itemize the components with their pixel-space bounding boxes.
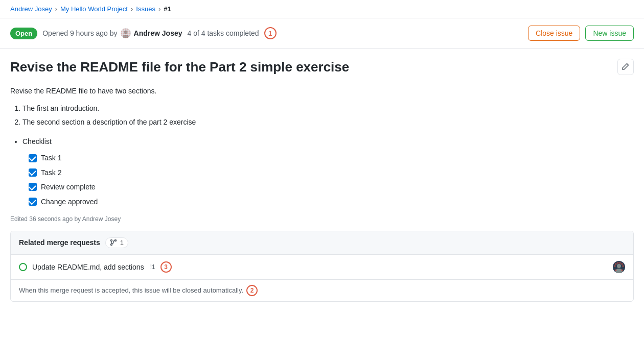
avatar — [121, 28, 131, 38]
mr-count: 1 — [120, 239, 124, 247]
related-mr-title: Related merge requests — [19, 238, 100, 247]
svg-point-19 — [622, 269, 623, 271]
auto-close-text: When this merge request is accepted, thi… — [19, 286, 243, 294]
issue-title-row: Revise the README file for the Part 2 si… — [10, 59, 634, 76]
issue-title: Revise the README file for the Part 2 si… — [10, 59, 611, 76]
mr-user-avatar — [613, 261, 625, 273]
mr-exclamation: !1 — [150, 263, 155, 271]
mr-badge: 3 — [160, 261, 172, 273]
ordered-list: The first an introduction. The second se… — [22, 103, 634, 128]
nav-project[interactable]: My Hello World Project — [60, 5, 128, 13]
checkbox-checked-icon — [29, 183, 37, 191]
auto-close-badge: 2 — [246, 285, 258, 296]
related-mr-header: Related merge requests 1 — [11, 231, 633, 255]
pencil-icon — [622, 63, 629, 71]
checklist-item-1: Task 1 — [29, 152, 634, 163]
main-content: Revise the README file for the Part 2 si… — [0, 49, 644, 312]
checklist-header-item: Checklist — [22, 136, 634, 147]
close-issue-button[interactable]: Close issue — [528, 26, 580, 41]
issue-header-bar: Open Opened 9 hours ago by — [0, 18, 644, 49]
bullet-list: Checklist — [22, 136, 634, 147]
body-intro: Revise the README file to have two secti… — [10, 85, 634, 96]
checkbox-checked-icon — [29, 168, 37, 177]
svg-point-5 — [110, 240, 112, 242]
svg-point-14 — [619, 262, 621, 263]
svg-point-12 — [615, 263, 617, 264]
nav-user[interactable]: Andrew Josey — [10, 5, 52, 13]
edited-note: Edited 36 seconds ago by Andrew Josey — [10, 215, 634, 223]
list-item: The second section a description of the … — [22, 116, 634, 128]
svg-point-17 — [623, 265, 624, 267]
checklist-item-label: Task 1 — [41, 152, 61, 163]
mr-count-badge: 1 — [105, 237, 128, 248]
checkbox-checked-icon — [29, 154, 37, 162]
checklist-item-label: Task 2 — [41, 167, 61, 178]
author-name: Andrew Josey — [134, 29, 182, 37]
auto-close-note: When this merge request is accepted, thi… — [11, 279, 633, 301]
tasks-badge: 1 — [264, 27, 277, 39]
checklist-item-2: Task 2 — [29, 167, 634, 178]
status-badge: Open — [10, 28, 37, 39]
merge-request-icon — [110, 239, 117, 246]
mr-item-left: Update README.md, add sections !1 3 — [19, 261, 172, 273]
mr-open-icon — [19, 263, 27, 271]
nav-issue-number: #1 — [164, 5, 171, 13]
tasks-completed: 4 of 4 tasks completed — [188, 29, 259, 37]
list-item: The first an introduction. — [22, 103, 634, 114]
svg-point-16 — [614, 265, 616, 267]
issue-status-area: Open Opened 9 hours ago by — [10, 27, 277, 39]
svg-point-15 — [622, 263, 623, 264]
header-buttons: Close issue New issue — [528, 26, 634, 41]
new-issue-button[interactable]: New issue — [585, 26, 634, 41]
edit-button[interactable] — [617, 59, 634, 75]
related-mr-section: Related merge requests 1 — [10, 231, 634, 302]
mr-title: Update README.md, add sections — [32, 263, 144, 271]
breadcrumb: Andrew Josey › My Hello World Project › … — [0, 0, 644, 18]
svg-point-3 — [121, 28, 131, 38]
svg-point-10 — [617, 264, 621, 268]
checklist: Task 1 Task 2 Review complete Change app… — [29, 152, 634, 207]
issue-meta: Opened 9 hours ago by Andrew Josey — [42, 28, 182, 38]
checklist-item-label: Review complete — [41, 181, 96, 192]
checklist-item-label: Change approved — [41, 196, 98, 207]
checkbox-checked-icon — [29, 198, 37, 206]
mr-avatar-area — [613, 261, 625, 273]
issue-body: Revise the README file to have two secti… — [10, 85, 634, 207]
mr-item: Update README.md, add sections !1 3 — [11, 255, 633, 279]
svg-point-18 — [615, 269, 617, 271]
checklist-item-3: Review complete — [29, 181, 634, 192]
nav-issues[interactable]: Issues — [136, 5, 155, 13]
checklist-item-4: Change approved — [29, 196, 634, 207]
svg-point-13 — [617, 262, 619, 263]
opened-text: Opened 9 hours ago by — [42, 29, 117, 37]
